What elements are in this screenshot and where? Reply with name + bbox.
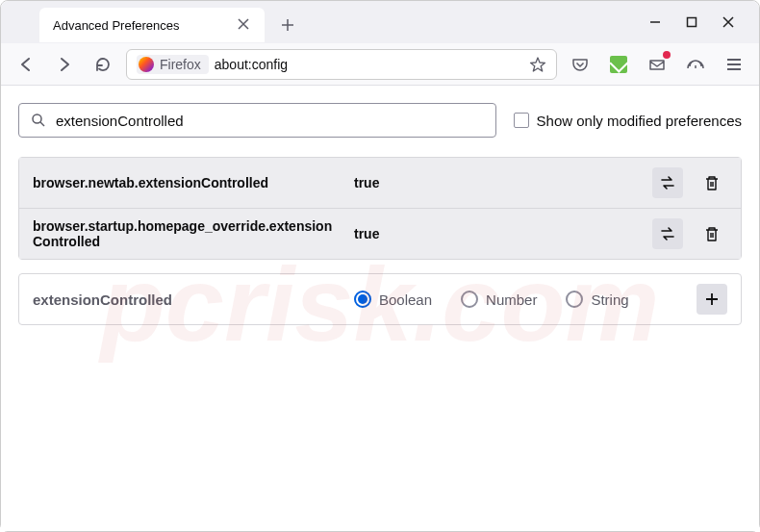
svg-rect-0 bbox=[688, 18, 697, 27]
new-preference-name: extensionControlled bbox=[33, 291, 341, 308]
toggle-button[interactable] bbox=[652, 167, 683, 198]
window-maximize-button[interactable] bbox=[682, 13, 701, 32]
preference-row[interactable]: browser.startup.homepage_override.extens… bbox=[19, 208, 741, 259]
notification-badge bbox=[663, 51, 671, 59]
svg-point-1 bbox=[33, 114, 41, 123]
search-icon bbox=[31, 113, 46, 128]
browser-tab[interactable]: Advanced Preferences bbox=[39, 8, 265, 42]
window-minimize-button[interactable] bbox=[646, 13, 665, 32]
toggle-button[interactable] bbox=[652, 218, 683, 249]
add-button[interactable] bbox=[697, 284, 727, 315]
extension-icon[interactable] bbox=[603, 49, 634, 80]
reload-button[interactable] bbox=[88, 49, 118, 80]
pocket-icon[interactable] bbox=[565, 49, 595, 80]
radio-boolean[interactable]: Boolean bbox=[354, 291, 432, 308]
preference-row[interactable]: browser.newtab.extensionControlled true bbox=[19, 158, 741, 208]
checkbox-icon bbox=[514, 113, 529, 128]
preference-value: true bbox=[354, 175, 639, 190]
show-modified-label: Show only modified preferences bbox=[537, 113, 742, 129]
radio-icon bbox=[354, 291, 371, 308]
preference-search-box[interactable] bbox=[18, 103, 496, 138]
preference-list: browser.newtab.extensionControlled true … bbox=[18, 157, 742, 260]
firefox-icon bbox=[139, 57, 154, 72]
delete-button[interactable] bbox=[697, 218, 727, 249]
titlebar: Advanced Preferences bbox=[1, 1, 759, 43]
tab-title: Advanced Preferences bbox=[53, 18, 180, 33]
new-tab-button[interactable] bbox=[274, 12, 301, 38]
content-area: Show only modified preferences browser.n… bbox=[1, 86, 759, 531]
menu-button[interactable] bbox=[719, 49, 749, 80]
preference-search-input[interactable] bbox=[56, 113, 484, 129]
back-button[interactable] bbox=[11, 49, 41, 80]
bookmark-star-icon[interactable] bbox=[529, 56, 546, 73]
identity-box[interactable]: Firefox bbox=[137, 55, 209, 74]
preference-name: browser.newtab.extensionControlled bbox=[33, 175, 341, 190]
identity-label: Firefox bbox=[160, 57, 201, 72]
delete-button[interactable] bbox=[697, 167, 727, 198]
account-icon[interactable] bbox=[642, 49, 672, 80]
radio-icon bbox=[461, 291, 478, 308]
url-text: about:config bbox=[215, 57, 288, 72]
window-close-button[interactable] bbox=[719, 13, 738, 32]
tab-close-button[interactable] bbox=[238, 18, 251, 32]
browser-toolbar: Firefox about:config bbox=[1, 43, 759, 86]
new-preference-row: extensionControlled Boolean Number Strin… bbox=[18, 273, 742, 325]
preference-name: browser.startup.homepage_override.extens… bbox=[33, 218, 341, 249]
url-bar[interactable]: Firefox about:config bbox=[126, 49, 557, 80]
protections-icon[interactable] bbox=[680, 49, 711, 80]
radio-icon bbox=[566, 291, 583, 308]
forward-button[interactable] bbox=[49, 49, 80, 80]
preference-value: true bbox=[354, 226, 639, 241]
show-modified-checkbox[interactable]: Show only modified preferences bbox=[514, 113, 742, 129]
radio-number[interactable]: Number bbox=[461, 291, 537, 308]
radio-string[interactable]: String bbox=[566, 291, 628, 308]
type-radio-group: Boolean Number String bbox=[354, 291, 683, 308]
